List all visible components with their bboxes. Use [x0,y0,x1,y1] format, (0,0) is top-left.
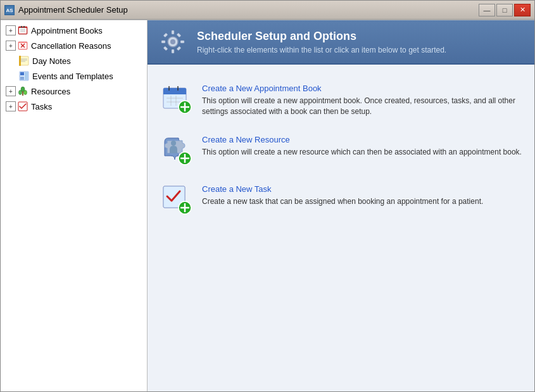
svg-point-23 [19,91,22,95]
window-title: Appointment Scheduler Setup [18,5,128,15]
appointment-books-icon [17,25,28,36]
events-and-templates-icon [18,70,30,82]
header-title: Scheduler Setup and Options [197,30,524,43]
expander-tasks[interactable]: + [6,101,16,111]
svg-rect-17 [19,56,21,66]
svg-rect-30 [172,49,174,53]
svg-rect-19 [20,72,24,75]
tasks-icon [17,101,28,112]
svg-point-49 [171,141,176,146]
events-and-templates-label: Events and Templates [32,72,113,81]
svg-rect-13 [20,56,28,65]
svg-rect-33 [163,33,168,37]
svg-rect-21 [25,72,28,80]
sidebar-item-appointment-books[interactable]: +Appointment Books [1,23,147,38]
new-appointment-book-link[interactable]: Create a New Appointment Book [202,84,322,93]
svg-rect-34 [177,46,181,51]
new-resource-link[interactable]: Create a New Resource [202,135,290,144]
action-item-new-resource: Create a New Resource This option will c… [160,129,522,172]
header-panel: Scheduler Setup and Options Right-click … [148,20,534,65]
svg-rect-39 [163,92,186,94]
sidebar: +Appointment Books+Cancellation ReasonsD… [1,20,148,391]
new-resource-icon [160,134,193,167]
close-button[interactable]: ✕ [514,4,531,16]
svg-rect-32 [180,41,184,43]
tasks-label: Tasks [31,102,52,111]
expander-resources[interactable]: + [6,86,16,96]
sidebar-item-cancellation-reasons[interactable]: +Cancellation Reasons [1,38,147,53]
actions-area: Create a New Appointment Book This optio… [148,65,534,391]
resources-label: Resources [31,87,70,96]
cancellation-reasons-icon [17,40,28,51]
appointment-books-label: Appointment Books [31,26,103,35]
action-item-new-task: Create a New Task Create a new task that… [160,178,522,221]
new-appointment-book-desc: This option will create a new appointmen… [202,96,522,117]
sidebar-item-day-notes[interactable]: Day Notes [1,53,147,68]
titlebar-left: AS Appointment Scheduler Setup [4,5,128,15]
action-item-new-appointment-book: Create a New Appointment Book This optio… [160,77,522,122]
window-body: +Appointment Books+Cancellation ReasonsD… [1,20,534,391]
svg-rect-20 [20,77,24,80]
sidebar-item-events-and-templates[interactable]: Events and Templates [1,68,147,84]
svg-rect-29 [172,30,174,34]
day-notes-icon [18,55,30,66]
svg-rect-25 [22,91,23,96]
expander-cancellation-reasons[interactable]: + [6,41,16,51]
minimize-button[interactable]: — [479,4,495,16]
header-text: Scheduler Setup and Options Right-click … [197,30,524,54]
main-content: Scheduler Setup and Options Right-click … [148,20,534,391]
day-notes-label: Day Notes [32,56,71,66]
maximize-button[interactable]: □ [496,4,513,16]
new-task-icon [160,183,193,216]
main-window: AS Appointment Scheduler Setup — □ ✕ +Ap… [0,0,535,392]
header-subtitle: Right-click the elements within the list… [197,46,524,54]
titlebar: AS Appointment Scheduler Setup — □ ✕ [1,1,534,20]
new-task-text: Create a New Task Create a new task that… [202,183,522,207]
svg-text:AS: AS [6,8,13,13]
cancellation-reasons-label: Cancellation Reasons [31,41,111,51]
expander-appointment-books[interactable]: + [6,25,16,35]
new-appointment-book-text: Create a New Appointment Book This optio… [202,82,522,117]
sidebar-item-tasks[interactable]: +Tasks [1,99,147,114]
svg-rect-36 [177,33,181,37]
svg-rect-31 [161,41,165,43]
new-task-link[interactable]: Create a New Task [202,184,272,194]
svg-point-24 [24,91,27,95]
new-task-desc: Create a new task that can be assigned w… [202,196,522,207]
resources-icon [17,85,28,97]
new-resource-desc: This option will create a new resource w… [202,147,522,158]
svg-rect-35 [163,46,168,51]
new-appointment-book-icon [160,82,193,115]
app-icon: AS [4,5,15,15]
svg-point-28 [170,39,175,44]
sidebar-item-resources[interactable]: +Resources [1,84,147,99]
titlebar-buttons: — □ ✕ [479,4,531,16]
svg-rect-3 [19,28,27,34]
gear-icon [158,27,188,57]
new-resource-text: Create a New Resource This option will c… [202,134,522,158]
svg-rect-7 [21,26,22,28]
svg-rect-8 [23,26,25,28]
